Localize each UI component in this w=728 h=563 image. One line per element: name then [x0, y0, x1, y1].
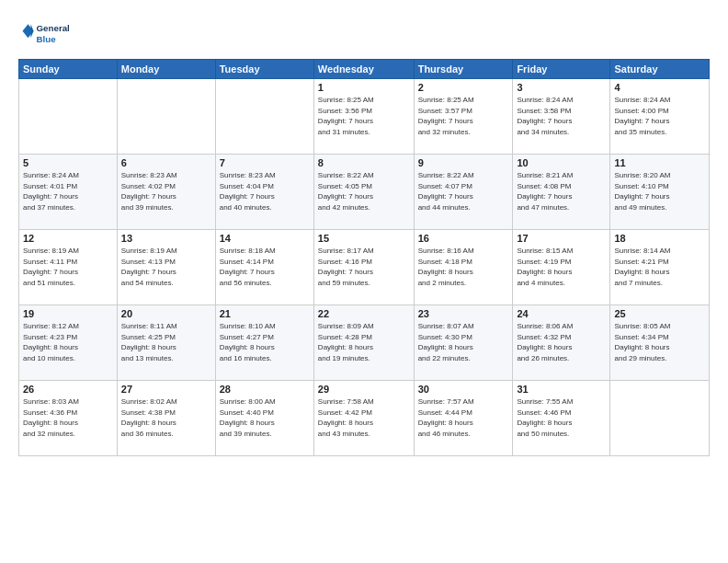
calendar-cell — [19, 79, 118, 155]
day-number: 2 — [418, 82, 509, 93]
calendar-week-row: 5Sunrise: 8:24 AM Sunset: 4:01 PM Daylig… — [19, 155, 710, 230]
day-info: Sunrise: 8:02 AM Sunset: 4:38 PM Dayligh… — [121, 396, 211, 439]
calendar-cell: 29Sunrise: 7:58 AM Sunset: 4:42 PM Dayli… — [313, 381, 414, 456]
day-info: Sunrise: 8:03 AM Sunset: 4:36 PM Dayligh… — [23, 396, 113, 439]
day-number: 16 — [418, 233, 509, 244]
day-info: Sunrise: 8:16 AM Sunset: 4:18 PM Dayligh… — [418, 246, 509, 288]
day-number: 10 — [517, 157, 606, 168]
calendar-weekday-header: Tuesday — [215, 60, 313, 79]
calendar-cell: 21Sunrise: 8:10 AM Sunset: 4:27 PM Dayli… — [215, 305, 313, 381]
day-number: 24 — [517, 308, 606, 319]
day-info: Sunrise: 8:05 AM Sunset: 4:34 PM Dayligh… — [614, 321, 705, 363]
svg-marker-3 — [31, 24, 34, 38]
day-info: Sunrise: 8:22 AM Sunset: 4:07 PM Dayligh… — [418, 170, 509, 213]
calendar-cell: 19Sunrise: 8:12 AM Sunset: 4:23 PM Dayli… — [19, 305, 118, 381]
calendar-cell: 3Sunrise: 8:24 AM Sunset: 3:58 PM Daylig… — [513, 79, 610, 155]
calendar-cell: 30Sunrise: 7:57 AM Sunset: 4:44 PM Dayli… — [414, 381, 513, 456]
svg-text:General: General — [37, 23, 71, 33]
calendar-cell: 7Sunrise: 8:23 AM Sunset: 4:04 PM Daylig… — [215, 155, 313, 230]
calendar-cell: 25Sunrise: 8:05 AM Sunset: 4:34 PM Dayli… — [610, 305, 710, 381]
day-number: 15 — [318, 233, 410, 244]
calendar-cell: 23Sunrise: 8:07 AM Sunset: 4:30 PM Dayli… — [414, 305, 513, 381]
day-info: Sunrise: 7:58 AM Sunset: 4:42 PM Dayligh… — [318, 396, 410, 439]
calendar-cell: 8Sunrise: 8:22 AM Sunset: 4:05 PM Daylig… — [313, 155, 414, 230]
day-number: 27 — [121, 384, 211, 395]
svg-text:Blue: Blue — [37, 34, 57, 44]
calendar-weekday-header: Thursday — [414, 60, 513, 79]
calendar-cell: 28Sunrise: 8:00 AM Sunset: 4:40 PM Dayli… — [215, 381, 313, 456]
day-info: Sunrise: 8:20 AM Sunset: 4:10 PM Dayligh… — [614, 170, 705, 213]
calendar-cell: 14Sunrise: 8:18 AM Sunset: 4:14 PM Dayli… — [215, 230, 313, 305]
day-number: 22 — [318, 308, 410, 319]
day-info: Sunrise: 8:18 AM Sunset: 4:14 PM Dayligh… — [220, 246, 310, 288]
calendar-cell: 9Sunrise: 8:22 AM Sunset: 4:07 PM Daylig… — [414, 155, 513, 230]
day-info: Sunrise: 8:24 AM Sunset: 4:01 PM Dayligh… — [23, 170, 113, 213]
day-number: 5 — [23, 157, 113, 168]
page: General Blue SundayMondayTuesdayWednesda… — [0, 0, 728, 563]
calendar-week-row: 12Sunrise: 8:19 AM Sunset: 4:11 PM Dayli… — [19, 230, 710, 305]
calendar-cell: 16Sunrise: 8:16 AM Sunset: 4:18 PM Dayli… — [414, 230, 513, 305]
day-number: 3 — [517, 82, 606, 93]
day-info: Sunrise: 8:23 AM Sunset: 4:04 PM Dayligh… — [220, 170, 310, 213]
day-info: Sunrise: 8:24 AM Sunset: 4:00 PM Dayligh… — [614, 95, 705, 137]
calendar-cell: 17Sunrise: 8:15 AM Sunset: 4:19 PM Dayli… — [513, 230, 610, 305]
day-number: 25 — [614, 308, 705, 319]
day-info: Sunrise: 8:25 AM Sunset: 3:56 PM Dayligh… — [318, 95, 410, 137]
calendar-cell: 2Sunrise: 8:25 AM Sunset: 3:57 PM Daylig… — [414, 79, 513, 155]
day-info: Sunrise: 8:12 AM Sunset: 4:23 PM Dayligh… — [23, 321, 113, 363]
calendar-week-row: 26Sunrise: 8:03 AM Sunset: 4:36 PM Dayli… — [19, 381, 710, 456]
day-info: Sunrise: 8:24 AM Sunset: 3:58 PM Dayligh… — [517, 95, 606, 137]
day-number: 1 — [318, 82, 410, 93]
calendar-cell: 1Sunrise: 8:25 AM Sunset: 3:56 PM Daylig… — [313, 79, 414, 155]
day-info: Sunrise: 8:07 AM Sunset: 4:30 PM Dayligh… — [418, 321, 509, 363]
day-number: 28 — [220, 384, 310, 395]
calendar-cell: 5Sunrise: 8:24 AM Sunset: 4:01 PM Daylig… — [19, 155, 118, 230]
calendar-weekday-header: Monday — [117, 60, 215, 79]
logo-svg: General Blue — [18, 15, 74, 52]
day-number: 12 — [23, 233, 113, 244]
day-number: 7 — [220, 157, 310, 168]
calendar-cell — [117, 79, 215, 155]
day-number: 31 — [517, 384, 606, 395]
day-number: 20 — [121, 308, 211, 319]
calendar-cell: 31Sunrise: 7:55 AM Sunset: 4:46 PM Dayli… — [513, 381, 610, 456]
calendar-cell: 6Sunrise: 8:23 AM Sunset: 4:02 PM Daylig… — [117, 155, 215, 230]
day-info: Sunrise: 8:00 AM Sunset: 4:40 PM Dayligh… — [220, 396, 310, 439]
calendar-cell: 15Sunrise: 8:17 AM Sunset: 4:16 PM Dayli… — [313, 230, 414, 305]
day-info: Sunrise: 8:09 AM Sunset: 4:28 PM Dayligh… — [318, 321, 410, 363]
day-number: 13 — [121, 233, 211, 244]
day-info: Sunrise: 7:55 AM Sunset: 4:46 PM Dayligh… — [517, 396, 606, 439]
calendar-cell: 24Sunrise: 8:06 AM Sunset: 4:32 PM Dayli… — [513, 305, 610, 381]
calendar-week-row: 19Sunrise: 8:12 AM Sunset: 4:23 PM Dayli… — [19, 305, 710, 381]
day-info: Sunrise: 8:17 AM Sunset: 4:16 PM Dayligh… — [318, 246, 410, 288]
day-info: Sunrise: 8:14 AM Sunset: 4:21 PM Dayligh… — [614, 246, 705, 288]
day-number: 29 — [318, 384, 410, 395]
day-number: 17 — [517, 233, 606, 244]
calendar-cell: 11Sunrise: 8:20 AM Sunset: 4:10 PM Dayli… — [610, 155, 710, 230]
day-number: 9 — [418, 157, 509, 168]
calendar-cell: 27Sunrise: 8:02 AM Sunset: 4:38 PM Dayli… — [117, 381, 215, 456]
day-number: 19 — [23, 308, 113, 319]
calendar-weekday-header: Saturday — [610, 60, 710, 79]
calendar-week-row: 1Sunrise: 8:25 AM Sunset: 3:56 PM Daylig… — [19, 79, 710, 155]
day-number: 4 — [614, 82, 705, 93]
day-info: Sunrise: 8:11 AM Sunset: 4:25 PM Dayligh… — [121, 321, 211, 363]
day-number: 11 — [614, 157, 705, 168]
calendar-cell — [610, 381, 710, 456]
day-number: 14 — [220, 233, 310, 244]
day-info: Sunrise: 8:15 AM Sunset: 4:19 PM Dayligh… — [517, 246, 606, 288]
day-number: 8 — [318, 157, 410, 168]
day-info: Sunrise: 7:57 AM Sunset: 4:44 PM Dayligh… — [418, 396, 509, 439]
calendar-cell: 10Sunrise: 8:21 AM Sunset: 4:08 PM Dayli… — [513, 155, 610, 230]
day-number: 30 — [418, 384, 509, 395]
day-number: 6 — [121, 157, 211, 168]
header: General Blue — [18, 15, 710, 52]
day-info: Sunrise: 8:25 AM Sunset: 3:57 PM Dayligh… — [418, 95, 509, 137]
day-info: Sunrise: 8:22 AM Sunset: 4:05 PM Dayligh… — [318, 170, 410, 213]
day-info: Sunrise: 8:19 AM Sunset: 4:13 PM Dayligh… — [121, 246, 211, 288]
calendar-cell: 22Sunrise: 8:09 AM Sunset: 4:28 PM Dayli… — [313, 305, 414, 381]
calendar-cell: 26Sunrise: 8:03 AM Sunset: 4:36 PM Dayli… — [19, 381, 118, 456]
day-number: 26 — [23, 384, 113, 395]
day-number: 21 — [220, 308, 310, 319]
calendar-cell — [215, 79, 313, 155]
